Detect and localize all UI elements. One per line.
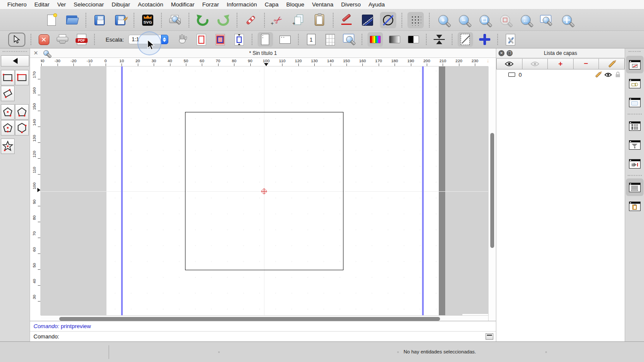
orientation-landscape-button[interactable] [277, 32, 293, 47]
menu-fichero[interactable]: Fichero [3, 1, 30, 8]
menu-información[interactable]: Información [223, 1, 261, 8]
dock-layer-list-button[interactable] [626, 56, 644, 73]
vertical-scrollbar-thumb[interactable] [490, 133, 494, 248]
dock-library-browser-button[interactable] [626, 94, 644, 111]
dock-filter-button[interactable] [626, 136, 644, 154]
drawing-canvas[interactable] [41, 66, 488, 315]
cut-button[interactable]: ✂ + [270, 12, 286, 28]
delete-entities-button[interactable] [243, 12, 259, 28]
zoom-in-button[interactable]: + [435, 12, 451, 28]
escala-stepper[interactable] [161, 35, 168, 44]
single-page-button[interactable]: 1 [304, 33, 319, 46]
horizontal-scrollbar-thumb[interactable] [59, 317, 440, 321]
polygon-hexagon-tool[interactable] [15, 120, 29, 136]
zoom-selection-button[interactable] [497, 12, 513, 28]
dock-command-line-button[interactable] [626, 178, 644, 196]
close-print-preview-button[interactable]: ✕ [36, 33, 51, 46]
dock-command-echo-button[interactable] [626, 155, 644, 172]
multi-page-button[interactable] [323, 33, 337, 46]
back-button[interactable] [1, 55, 29, 66]
open-file-button[interactable] [64, 12, 80, 28]
command-dock-button[interactable] [486, 333, 493, 340]
rectangle-rotated-tool[interactable] [1, 86, 15, 101]
add-layer-button[interactable]: + [548, 58, 574, 69]
menu-seleccionar[interactable]: Seleccionar [70, 1, 108, 8]
color-mode-button[interactable] [368, 32, 383, 47]
edit-layer-button[interactable] [599, 58, 625, 69]
orientation-portrait-button[interactable] [258, 32, 273, 47]
layer-row[interactable]: 0 [496, 70, 625, 79]
layer-lock-icon[interactable] [615, 72, 620, 78]
remove-layer-button[interactable]: − [574, 58, 599, 69]
dock-block-list-button[interactable] [626, 75, 644, 92]
menu-acotación[interactable]: Acotación [134, 1, 167, 8]
zoom-window-button[interactable] [538, 12, 554, 28]
page-border-button[interactable] [194, 33, 209, 46]
polygon-center-side-tool[interactable] [1, 120, 15, 136]
print-button[interactable] [55, 33, 70, 46]
blackwhite-mode-button[interactable] [406, 33, 421, 46]
grayscale-mode-button[interactable] [387, 33, 402, 46]
zoom-page-button[interactable] [342, 33, 356, 46]
dock-clipboard-button[interactable] [626, 197, 644, 215]
rectangle-3-points-tool[interactable] [15, 70, 29, 85]
draw-pen-button[interactable] [339, 12, 355, 28]
star-tool[interactable] [1, 139, 15, 154]
export-svg-button[interactable]: SVG [140, 12, 156, 28]
layer-visibility-icon[interactable] [605, 72, 612, 77]
polygon-center-vertex-tool[interactable] [1, 104, 15, 120]
rectangle-2-corners-tool[interactable] [1, 70, 15, 85]
paste-button[interactable] [311, 12, 328, 28]
palette-drag-handle[interactable] [3, 51, 27, 54]
crosshair-plus-button[interactable] [477, 33, 492, 46]
dock-drag-handle[interactable] [629, 51, 641, 53]
menu-editar[interactable]: Editar [30, 1, 53, 8]
copy-button[interactable]: + [291, 12, 307, 28]
new-document-button[interactable] [43, 12, 60, 28]
zoom-auto-button[interactable] [476, 12, 492, 28]
show-all-layers-button[interactable] [496, 58, 522, 69]
escala-combobox[interactable]: 1:1 [128, 35, 168, 44]
command-input[interactable]: Comando: [30, 332, 496, 342]
save-as-button[interactable] [112, 12, 128, 28]
export-pdf-button[interactable]: PDF [74, 33, 89, 46]
save-button[interactable] [91, 12, 108, 28]
hruler-tick [298, 63, 299, 66]
menu-ayuda[interactable]: Ayuda [365, 1, 389, 8]
escala-value[interactable]: 1:1 [128, 35, 161, 44]
zoom-out-button[interactable]: − [456, 12, 472, 28]
previous-view-button[interactable]: ← [517, 12, 534, 28]
draft-mode-button[interactable] [458, 32, 473, 47]
layer-edit-icon[interactable] [595, 72, 601, 77]
settings-button[interactable] [503, 33, 518, 46]
menu-bloque[interactable]: Bloque [283, 1, 308, 8]
fit-vertical-button[interactable] [432, 33, 447, 46]
menu-ventana[interactable]: Ventana [308, 1, 337, 8]
menu-capa[interactable]: Capa [261, 1, 283, 8]
select-pointer-button[interactable] [8, 33, 25, 47]
redo-button[interactable] [215, 12, 231, 28]
polygon-2-vertices-tool[interactable] [15, 104, 29, 120]
menu-ver[interactable]: Ver [53, 1, 70, 8]
menu-dibujar[interactable]: Dibujar [108, 1, 134, 8]
undo-button[interactable] [194, 12, 211, 28]
draw-line-button[interactable] [359, 12, 376, 28]
horizontal-scrollbar[interactable] [41, 315, 488, 321]
print-preview-button[interactable] [167, 12, 183, 28]
dock-entity-list-button[interactable] [626, 117, 644, 135]
page-center-button[interactable] [232, 33, 246, 46]
vertical-scrollbar[interactable] [488, 66, 496, 321]
hide-all-layers-button[interactable] [522, 58, 548, 69]
panel-close-icon[interactable]: ✕ [498, 50, 504, 56]
grid-toggle-button[interactable] [407, 12, 424, 28]
page-fit-button[interactable] [213, 33, 228, 46]
menu-forzar[interactable]: Forzar [198, 1, 223, 8]
pan-hand-button[interactable] [175, 33, 190, 46]
eraser-icon [246, 15, 256, 25]
draw-circle-button[interactable] [380, 12, 396, 28]
hruler-tick [58, 63, 58, 66]
menu-diverso[interactable]: Diverso [337, 1, 365, 8]
panel-float-icon[interactable]: ❐ [507, 50, 513, 56]
pan-zoom-button[interactable] [559, 12, 575, 28]
menu-modificar[interactable]: Modificar [167, 1, 198, 8]
